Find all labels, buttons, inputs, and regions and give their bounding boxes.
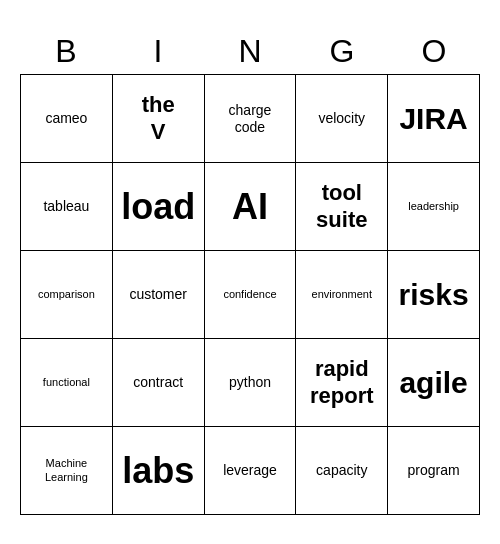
- bingo-cell: leverage: [205, 427, 297, 515]
- cell-text: velocity: [318, 110, 365, 127]
- bingo-cell: AI: [205, 163, 297, 251]
- bingo-cell: charge code: [205, 75, 297, 163]
- cell-text: labs: [122, 449, 194, 492]
- header-letter: I: [112, 29, 204, 74]
- bingo-cell: customer: [113, 251, 205, 339]
- cell-text: comparison: [38, 288, 95, 301]
- bingo-card: BINGO cameothe Vcharge codevelocityJIRAt…: [20, 29, 480, 515]
- bingo-cell: velocity: [296, 75, 388, 163]
- cell-text: functional: [43, 376, 90, 389]
- bingo-cell: JIRA: [388, 75, 480, 163]
- bingo-cell: load: [113, 163, 205, 251]
- header-letter: G: [296, 29, 388, 74]
- cell-text: contract: [133, 374, 183, 391]
- bingo-cell: program: [388, 427, 480, 515]
- bingo-cell: environment: [296, 251, 388, 339]
- cell-text: JIRA: [399, 101, 467, 137]
- bingo-cell: tool suite: [296, 163, 388, 251]
- cell-text: AI: [232, 185, 268, 228]
- cell-text: tool suite: [316, 180, 367, 233]
- header-letter: N: [204, 29, 296, 74]
- bingo-cell: labs: [113, 427, 205, 515]
- bingo-cell: comparison: [21, 251, 113, 339]
- bingo-cell: contract: [113, 339, 205, 427]
- cell-text: risks: [399, 277, 469, 313]
- bingo-cell: confidence: [205, 251, 297, 339]
- cell-text: environment: [312, 288, 373, 301]
- bingo-grid: cameothe Vcharge codevelocityJIRAtableau…: [20, 74, 480, 515]
- cell-text: leadership: [408, 200, 459, 213]
- bingo-cell: tableau: [21, 163, 113, 251]
- bingo-cell: agile: [388, 339, 480, 427]
- cell-text: tableau: [43, 198, 89, 215]
- header-letter: B: [20, 29, 112, 74]
- cell-text: customer: [129, 286, 187, 303]
- cell-text: cameo: [45, 110, 87, 127]
- header-letter: O: [388, 29, 480, 74]
- cell-text: charge code: [229, 102, 272, 136]
- cell-text: python: [229, 374, 271, 391]
- bingo-cell: the V: [113, 75, 205, 163]
- bingo-cell: cameo: [21, 75, 113, 163]
- bingo-cell: Machine Learning: [21, 427, 113, 515]
- bingo-cell: risks: [388, 251, 480, 339]
- bingo-cell: python: [205, 339, 297, 427]
- cell-text: Machine Learning: [45, 457, 88, 483]
- cell-text: agile: [399, 365, 467, 401]
- bingo-cell: rapid report: [296, 339, 388, 427]
- cell-text: program: [408, 462, 460, 479]
- cell-text: load: [121, 185, 195, 228]
- bingo-header: BINGO: [20, 29, 480, 74]
- bingo-cell: leadership: [388, 163, 480, 251]
- bingo-cell: capacity: [296, 427, 388, 515]
- cell-text: capacity: [316, 462, 367, 479]
- cell-text: rapid report: [310, 356, 374, 409]
- cell-text: leverage: [223, 462, 277, 479]
- cell-text: the V: [142, 92, 175, 145]
- bingo-cell: functional: [21, 339, 113, 427]
- cell-text: confidence: [223, 288, 276, 301]
